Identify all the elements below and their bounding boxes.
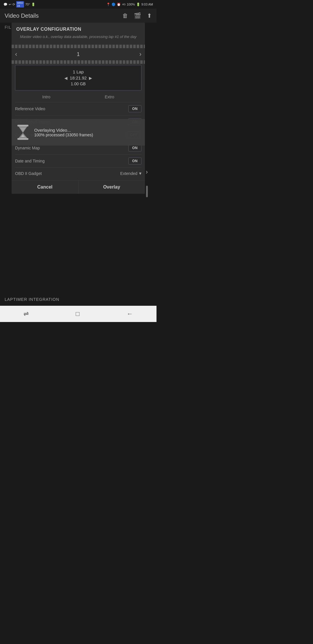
- obd-label: OBD II Gadget: [15, 171, 42, 176]
- calendar-icon: WED15: [16, 1, 24, 8]
- lap-prev-arrow[interactable]: ‹: [15, 50, 17, 58]
- obd-value: Extended: [120, 171, 137, 176]
- date-timing-toggle[interactable]: ON: [128, 158, 141, 164]
- upload-icon[interactable]: ⬆: [147, 12, 152, 19]
- sync-icon: ↩: [9, 3, 11, 6]
- battery-percent: 100%: [127, 3, 135, 6]
- reference-video-toggle[interactable]: ON: [128, 105, 141, 112]
- trash-icon[interactable]: 🗑: [122, 12, 128, 19]
- toggle-row-date-timing: Date and Timing ON: [15, 154, 141, 167]
- page-title: Video Details: [5, 12, 39, 19]
- lap-time-right-arrow: ▶: [89, 76, 92, 80]
- toggle-row-reference-video: Reference Video ON: [15, 102, 141, 115]
- intro-label: Intro: [42, 95, 50, 99]
- signal-icon: 4G: [122, 3, 125, 6]
- svg-rect-1: [17, 138, 28, 140]
- back-button[interactable]: ←: [127, 310, 133, 318]
- scrollbar[interactable]: [146, 186, 148, 197]
- bottom-nav: ⇌ □ ←: [0, 306, 156, 322]
- extro-label: Extro: [105, 95, 114, 99]
- overlay-dialog: OVERLAY CONFIGURATION Master video o.k.,…: [12, 23, 145, 194]
- status-left: 💬 ↩ ⟳ WED15 70° 🔋: [3, 1, 35, 8]
- top-bar: Video Details 🗑 🎬 ⬆: [0, 9, 156, 23]
- reference-video-label: Reference Video: [15, 106, 45, 111]
- status-right: 📍 🔵 ⏰ 4G 100% 🔋 9:03 AM: [106, 3, 153, 6]
- lap-number: 1: [77, 51, 80, 57]
- lap-detail-time: ◀ 18:21.92 ▶: [18, 75, 139, 80]
- film-strip-bottom: [12, 60, 145, 64]
- lap-detail-size: 1.00 GB: [18, 82, 139, 86]
- overlay-subtitle: Master video o.k., overlay data availabl…: [16, 34, 140, 39]
- toast-text: Overlaying Video... 100% processed (3305…: [34, 128, 93, 137]
- battery-icon-left: 🔋: [31, 3, 35, 6]
- toast-line1: Overlaying Video...: [34, 128, 93, 133]
- hourglass-icon: [16, 124, 30, 141]
- lap-detail-title: 1 Lap: [18, 69, 139, 74]
- refresh-icon: ⟳: [12, 3, 15, 6]
- msg-icon: 💬: [3, 3, 8, 6]
- top-bar-actions: 🗑 🎬 ⬆: [122, 12, 152, 19]
- svg-rect-0: [17, 125, 28, 126]
- lap-selector: ‹ 1 ›: [12, 49, 145, 59]
- action-row: Cancel Overlay: [12, 180, 145, 194]
- overlay-header: OVERLAY CONFIGURATION Master video o.k.,…: [12, 23, 145, 44]
- intro-extro-row: Intro Extro: [12, 92, 145, 102]
- status-bar: 💬 ↩ ⟳ WED15 70° 🔋 📍 🔵 ⏰ 4G 100% 🔋 9:03 A…: [0, 0, 156, 9]
- overlay-button[interactable]: Overlay: [79, 180, 145, 194]
- scroll-right-arrow: ›: [146, 168, 148, 176]
- lap-time-value: 18:21.92: [70, 75, 87, 80]
- obd-select[interactable]: Extended ▾: [120, 171, 141, 176]
- bluetooth-icon: 🔵: [112, 3, 116, 6]
- home-button[interactable]: □: [76, 310, 79, 318]
- chevron-down-icon: ▾: [139, 171, 141, 176]
- dynamic-map-label: Dynamic Map: [15, 146, 40, 150]
- processing-toast: Overlaying Video... 100% processed (3305…: [12, 119, 145, 146]
- date-timing-label: Date and Timing: [15, 159, 45, 163]
- obd-row: OBD II Gadget Extended ▾: [15, 167, 141, 179]
- cancel-button[interactable]: Cancel: [12, 180, 79, 194]
- overlay-title: OVERLAY CONFIGURATION: [16, 27, 140, 32]
- camera-group-icon[interactable]: 🎬: [134, 12, 141, 19]
- time-label: 9:03 AM: [141, 3, 153, 6]
- film-strip-top: [12, 45, 145, 48]
- recent-apps-button[interactable]: ⇌: [23, 310, 29, 318]
- toast-line2: 100% processed (33050 frames): [34, 133, 93, 137]
- lap-time-left-arrow: ◀: [64, 76, 68, 80]
- battery-icon-right: 🔋: [136, 3, 140, 6]
- temp-label: 70°: [25, 3, 30, 6]
- lap-detail-box: 1 Lap ◀ 18:21.92 ▶ 1.00 GB: [15, 65, 141, 91]
- lap-next-arrow[interactable]: ›: [139, 50, 141, 58]
- alarm-icon: ⏰: [117, 3, 121, 6]
- location-icon: 📍: [106, 3, 110, 6]
- laptimer-section-label: LAPTIMER INTEGRATION: [5, 297, 59, 302]
